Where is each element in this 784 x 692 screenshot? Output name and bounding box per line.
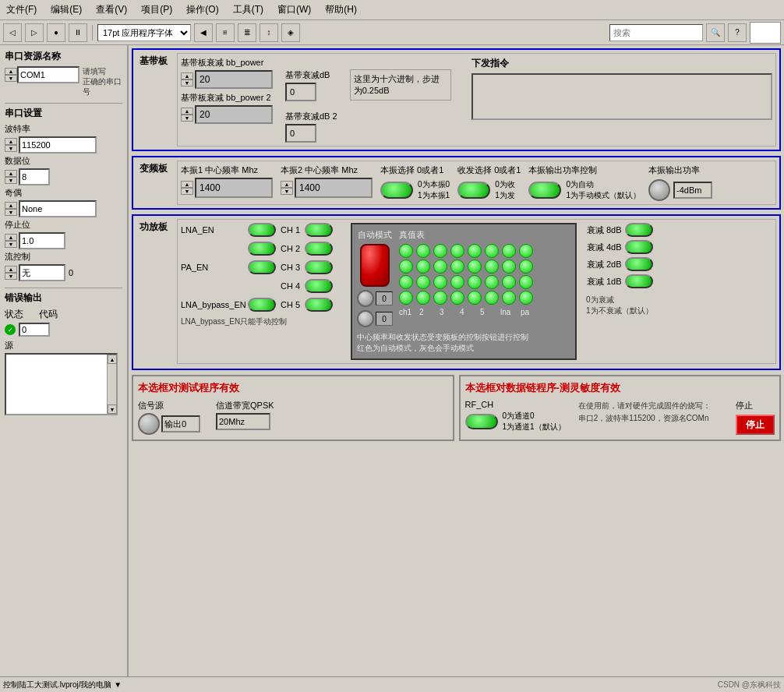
status-label: 状态 <box>5 308 23 321</box>
pa-en-ch3[interactable] <box>248 260 276 274</box>
error-code-box: 0 <box>19 323 50 337</box>
menu-tools[interactable]: 工具(T) <box>230 2 267 18</box>
signal-knob[interactable] <box>138 413 160 435</box>
com-spin-down[interactable]: ▼ <box>5 75 17 82</box>
ch3-btn[interactable] <box>305 260 333 274</box>
truth-led-1-7 <box>502 244 516 258</box>
databits-input[interactable] <box>19 168 50 185</box>
toolbar-sep1 <box>92 25 93 41</box>
stopbits-spin-up[interactable]: ▲ <box>5 234 17 241</box>
bb-power2-down[interactable]: ▼ <box>181 115 193 122</box>
lo2-up[interactable]: ▲ <box>281 181 293 188</box>
toolbar-help[interactable]: ? <box>728 23 747 42</box>
lo1-input[interactable] <box>195 178 273 198</box>
databits-label: 数据位 <box>5 155 122 167</box>
stopbits-input[interactable] <box>19 232 65 249</box>
source-label: 源 <box>5 340 122 351</box>
toolbar-pause[interactable]: ⏸ <box>69 23 87 42</box>
toolbar-align2[interactable]: ≣ <box>238 23 256 42</box>
stop-button[interactable]: 停止 <box>736 415 775 435</box>
atten-1db-btn[interactable] <box>625 274 653 288</box>
toolbar-forward[interactable]: ▷ <box>25 23 44 42</box>
auto-knob-1[interactable] <box>357 290 374 307</box>
lo2-input[interactable] <box>295 178 373 198</box>
flowcontrol-spin-up[interactable]: ▲ <box>5 266 17 273</box>
truth-table-label: 真值表 <box>399 229 570 241</box>
truth-led-1-6 <box>485 244 499 258</box>
com-spin-up[interactable]: ▲ <box>5 68 17 75</box>
lo1-section: 本振1 中心频率 Mhz ▲ ▼ <box>181 164 273 198</box>
bb-power2-up[interactable]: ▲ <box>181 108 193 115</box>
com-select-display[interactable]: COM1 <box>17 66 79 83</box>
ch4-btn[interactable] <box>305 279 333 293</box>
parity-spin-up[interactable]: ▲ <box>5 202 17 209</box>
ch5-label: CH 5 <box>281 300 300 309</box>
ch2-right-btn[interactable] <box>305 242 333 256</box>
toolbar-size[interactable]: ↕ <box>260 23 278 42</box>
bb-power1-up[interactable]: ▲ <box>181 72 193 79</box>
source-scroll-up[interactable]: ▲ <box>108 355 117 364</box>
lo-select-btn[interactable] <box>380 182 413 199</box>
toolbar-extra[interactable]: ◈ <box>281 23 300 42</box>
stopbits-spin-down[interactable]: ▼ <box>5 241 17 248</box>
truth-led-4-2 <box>416 291 430 305</box>
toolbar-decrease[interactable]: ◀ <box>194 23 213 42</box>
menu-view[interactable]: 查看(V) <box>93 2 130 18</box>
baud-input[interactable] <box>19 136 97 154</box>
truth-led-3-4 <box>450 275 464 289</box>
send-instruction-box[interactable] <box>471 73 772 120</box>
atten-2db-btn[interactable] <box>625 257 653 271</box>
lna-bypass-ch5[interactable] <box>248 298 276 312</box>
lna-en-ch1[interactable] <box>248 223 276 237</box>
baud-spin-down[interactable]: ▼ <box>5 145 17 152</box>
atten-8db-btn[interactable] <box>625 223 653 237</box>
databits-spin-up[interactable]: ▲ <box>5 170 17 177</box>
auto-knob-2[interactable] <box>357 310 374 327</box>
atten-4db-btn[interactable] <box>625 240 653 254</box>
menu-help[interactable]: 帮助(H) <box>322 2 360 18</box>
rx-select-btn[interactable] <box>457 182 490 199</box>
power-ctrl-btn[interactable] <box>528 182 561 199</box>
databits-spin-down[interactable]: ▼ <box>5 177 17 184</box>
toolbar-font-select[interactable]: 17pt 应用程序字体 <box>97 24 191 41</box>
flowcontrol-num: 0 <box>69 268 73 277</box>
stopbits-spinbox: ▲ ▼ <box>5 234 17 248</box>
lo-select-label: 本振选择 0或者1 <box>380 164 450 176</box>
toolbar-run[interactable]: ● <box>47 23 65 42</box>
truth-label-4: 4 <box>460 308 475 316</box>
menu-file[interactable]: 文件(F) <box>3 2 40 18</box>
truth-led-2-8 <box>519 260 533 274</box>
menu-operate[interactable]: 操作(O) <box>183 2 221 18</box>
parity-spin-down[interactable]: ▼ <box>5 209 17 216</box>
flowcontrol-label: 流控制 <box>5 251 122 263</box>
rf-ch-btn[interactable] <box>465 414 498 429</box>
flowcontrol-input[interactable] <box>19 264 65 281</box>
source-scroll-down[interactable]: ▼ <box>108 404 117 414</box>
lo1-down[interactable]: ▼ <box>181 188 193 195</box>
menu-window[interactable]: 窗口(W) <box>274 2 314 18</box>
toolbar-align1[interactable]: ≡ <box>216 23 235 42</box>
ch5-btn[interactable] <box>305 298 333 312</box>
serial-resource-title: 串口资源名称 <box>5 50 122 63</box>
truth-led-4-4 <box>450 291 464 305</box>
bb-power1-down[interactable]: ▼ <box>181 79 193 86</box>
flowcontrol-spin-down[interactable]: ▼ <box>5 273 17 280</box>
com-select-row: ▲ ▼ COM1 <box>5 66 79 83</box>
toolbar-search-btn[interactable]: 🔍 <box>706 23 725 42</box>
ch2-left-btn[interactable] <box>248 242 276 256</box>
bb-db1-value: 0 <box>285 83 316 101</box>
toolbar-search-input[interactable] <box>609 24 703 41</box>
lo2-down[interactable]: ▼ <box>281 188 293 195</box>
toolbar-back[interactable]: ◁ <box>3 23 22 42</box>
lo1-up[interactable]: ▲ <box>181 181 193 188</box>
truth-led-2-6 <box>485 260 499 274</box>
bb-power1-value: 20 <box>195 70 273 89</box>
menu-edit[interactable]: 编辑(E) <box>48 2 85 18</box>
parity-input[interactable] <box>19 200 97 217</box>
source-box: ▲ ▼ <box>5 353 118 415</box>
menu-project[interactable]: 项目(P) <box>138 2 175 18</box>
power-knob[interactable] <box>648 179 670 201</box>
baud-spin-up[interactable]: ▲ <box>5 138 17 145</box>
power-output-label: 本振输出功率 <box>648 164 712 176</box>
lna-en-ch1-btn[interactable] <box>305 223 333 237</box>
